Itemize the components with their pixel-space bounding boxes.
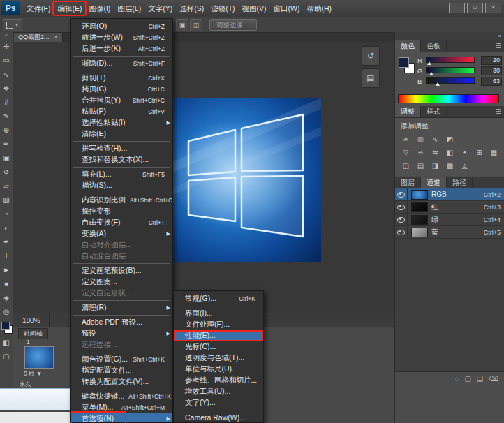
collapse-panels-icon[interactable]: « [498,33,501,39]
quick-mask-icon[interactable]: ◧ [0,335,13,349]
pref-submenu-item[interactable]: 光标(C)... [174,341,263,352]
edit-menu-item[interactable]: 拼写检查(H)... [71,143,172,154]
pref-submenu-item[interactable]: 参考线、网格和切片... [174,375,263,386]
edit-menu-item[interactable]: 首选项(N)▶ [71,413,172,423]
refine-edge-button[interactable]: 调整边缘… [209,19,257,31]
visibility-toggle[interactable] [395,214,408,225]
edit-menu-item[interactable]: 转换为配置文件(V)... [71,376,172,387]
adjustments-tab-adjustments[interactable]: 调整 [395,106,421,117]
edit-menu-item[interactable]: 清理(R)▶ [71,302,172,313]
channel-row[interactable]: 绿Ctrl+4 [395,214,504,226]
color-slider-B[interactable]: B63 [417,76,502,87]
clone-stamp-tool[interactable]: ▣ [0,151,13,165]
color-tab-swatches[interactable]: 色板 [421,40,447,52]
slider-thumb[interactable] [427,61,431,65]
panel-tab-layers[interactable]: 图层 [395,177,421,188]
color-lookup-icon[interactable]: ▦ [488,147,500,158]
menubar-item-view[interactable]: 视图(V) [239,2,270,15]
channel-row[interactable]: 红Ctrl+3 [395,201,504,214]
panel-tab-channels[interactable]: 通道 [421,177,447,188]
edit-menu-item[interactable]: 前进一步(W)Shift+Ctrl+Z [71,32,172,43]
zoom-tool[interactable]: ◎ [0,304,13,318]
maximize-button[interactable]: □ [467,3,483,13]
pref-submenu-item[interactable]: 文件处理(F)... [174,319,263,330]
slider-thumb[interactable] [429,72,433,75]
panel-menu-icon[interactable]: ☰ [496,106,504,117]
menubar-item-edit[interactable]: 编辑(E) [54,2,85,15]
edit-menu-item[interactable]: 自由变换(F)Ctrl+T [71,217,172,228]
edit-menu-item[interactable]: 变换(A)▶ [71,228,172,239]
new-channel-icon[interactable]: ❏ [477,375,483,383]
history-panel-icon[interactable]: ↺ [362,46,380,66]
close-button[interactable]: × [485,3,501,13]
color-tab-color[interactable]: 颜色 [395,40,421,52]
selection-mode-icon[interactable]: ▣ [176,19,188,31]
lasso-tool[interactable]: ∿ [0,67,13,81]
channel-row[interactable]: RGBCtrl+2 [395,188,504,201]
color-spectrum-ramp[interactable] [398,94,499,103]
edit-menu-item[interactable]: 预设▶ [71,328,172,339]
anti-alias-icon[interactable]: ◫ [190,19,202,31]
panel-tab-paths[interactable]: 路径 [447,177,473,188]
color-swatch-widget-panel[interactable] [399,57,415,74]
visibility-toggle[interactable] [395,201,408,213]
slider-value[interactable]: 30 [481,66,502,75]
edit-menu-item[interactable]: 后退一步(K)Alt+Ctrl+Z [71,43,172,54]
load-selection-icon[interactable]: ◌ [454,375,459,383]
zoom-level-field[interactable]: 100% [13,313,50,327]
pref-submenu-item[interactable]: 单位与标尺(U)... [174,364,263,375]
visibility-toggle[interactable] [395,188,408,200]
menubar-item-select[interactable]: 选择(S) [176,2,207,15]
eyedropper-tool[interactable]: ✎ [0,109,13,123]
menubar-item-type[interactable]: 文字(Y) [144,2,176,15]
quick-selection-tool[interactable]: ❖ [0,81,13,95]
delete-channel-icon[interactable]: ⌫ [489,375,498,383]
channel-mixer-icon[interactable]: ⊞ [473,147,485,158]
adjustments-tab-styles[interactable]: 样式 [421,106,447,117]
properties-panel-icon[interactable]: ▤ [362,68,380,88]
blur-tool[interactable]: ◔ [0,207,13,221]
marquee-tool[interactable]: ▭ [0,53,13,67]
edit-menu-item[interactable]: 菜单(M)...Alt+Shift+Ctrl+M [71,402,172,413]
path-selection-tool[interactable]: ► [0,262,13,276]
edit-menu-item[interactable]: 合并拷贝(Y)Shift+Ctrl+C [71,95,172,106]
slider-track[interactable] [426,66,475,75]
color-swatch-widget[interactable] [0,320,13,335]
threshold-icon[interactable]: ◨ [429,161,441,171]
history-brush-tool[interactable]: ↺ [0,165,13,179]
edit-menu-item[interactable]: 填充(L)...Shift+F5 [71,169,172,180]
panel-menu-icon[interactable]: ☰ [496,40,504,52]
edit-menu-item[interactable]: 选择性粘贴(I)▶ [71,117,172,128]
edit-menu-item[interactable]: 操控变形 [71,206,172,217]
menubar-item-help[interactable]: 帮助(H) [304,2,336,15]
crop-tool[interactable]: # [0,95,13,109]
foreground-color-swatch[interactable] [1,322,10,330]
pref-submenu-item[interactable]: 文字(Y)... [174,397,263,408]
minimize-button[interactable]: — [449,3,465,13]
edit-menu-item[interactable]: 指定配置文件... [71,365,172,376]
hand-tool[interactable]: ◈ [0,290,13,304]
exposure-icon[interactable]: ◩ [444,134,456,144]
edit-menu-item[interactable]: Adobe PDF 预设... [71,317,172,328]
pen-tool[interactable]: ✒ [0,235,13,248]
toolbar-collapse-icon[interactable]: « [0,32,13,39]
edit-menu-item[interactable]: 键盘快捷键...Alt+Shift+Ctrl+K [71,391,172,402]
menubar-item-file[interactable]: 文件(F) [23,2,54,15]
edit-menu-item[interactable]: 颜色设置(G)...Shift+Ctrl+K [71,354,172,365]
edit-menu-item[interactable]: 定义图案... [71,276,172,288]
channel-row[interactable]: 蓝Ctrl+5 [395,226,504,239]
menubar-item-image[interactable]: 图像(I) [85,2,114,15]
slider-value[interactable]: 63 [481,77,502,86]
edit-menu-item[interactable]: 查找和替换文本(X)... [71,154,172,165]
edit-menu-item[interactable]: 还原(O)Ctrl+Z [71,21,172,32]
hue-saturation-icon[interactable]: ≋ [415,147,427,158]
pref-submenu-item[interactable]: 性能(E)... [174,330,263,341]
menubar-item-filter[interactable]: 滤镜(T) [207,2,238,15]
timeline-tab[interactable]: 时间轴 [18,328,48,339]
levels-icon[interactable]: ▥ [415,134,427,144]
selective-color-icon[interactable]: ◬ [459,161,470,171]
slider-track[interactable] [426,56,475,65]
pref-submenu-item[interactable]: 增效工具(U)... [174,386,263,397]
pref-submenu-item[interactable]: Camera Raw(W)... [174,412,263,423]
vibrance-icon[interactable]: ▽ [400,147,412,158]
